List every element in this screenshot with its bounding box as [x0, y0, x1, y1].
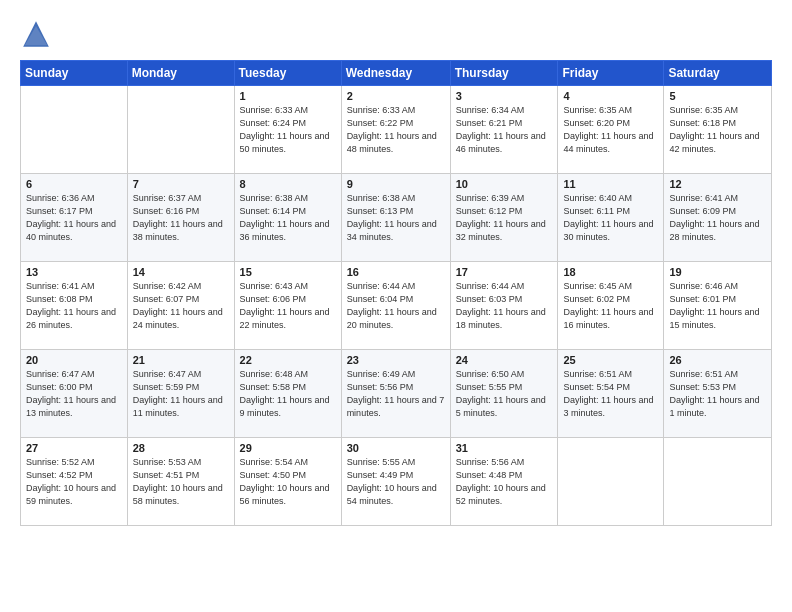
calendar-cell — [558, 438, 664, 526]
day-number: 27 — [26, 442, 122, 454]
page: SundayMondayTuesdayWednesdayThursdayFrid… — [0, 0, 792, 612]
day-info: Sunrise: 5:55 AM Sunset: 4:49 PM Dayligh… — [347, 456, 445, 508]
calendar-cell — [664, 438, 772, 526]
col-header-sunday: Sunday — [21, 61, 128, 86]
calendar-cell: 24Sunrise: 6:50 AM Sunset: 5:55 PM Dayli… — [450, 350, 558, 438]
calendar-cell: 3Sunrise: 6:34 AM Sunset: 6:21 PM Daylig… — [450, 86, 558, 174]
calendar-cell: 18Sunrise: 6:45 AM Sunset: 6:02 PM Dayli… — [558, 262, 664, 350]
calendar-cell: 22Sunrise: 6:48 AM Sunset: 5:58 PM Dayli… — [234, 350, 341, 438]
day-info: Sunrise: 6:44 AM Sunset: 6:03 PM Dayligh… — [456, 280, 553, 332]
day-number: 10 — [456, 178, 553, 190]
day-info: Sunrise: 6:38 AM Sunset: 6:14 PM Dayligh… — [240, 192, 336, 244]
day-info: Sunrise: 6:37 AM Sunset: 6:16 PM Dayligh… — [133, 192, 229, 244]
calendar-week-row: 13Sunrise: 6:41 AM Sunset: 6:08 PM Dayli… — [21, 262, 772, 350]
calendar-header-row: SundayMondayTuesdayWednesdayThursdayFrid… — [21, 61, 772, 86]
day-number: 17 — [456, 266, 553, 278]
calendar-week-row: 20Sunrise: 6:47 AM Sunset: 6:00 PM Dayli… — [21, 350, 772, 438]
day-info: Sunrise: 6:38 AM Sunset: 6:13 PM Dayligh… — [347, 192, 445, 244]
day-info: Sunrise: 6:33 AM Sunset: 6:22 PM Dayligh… — [347, 104, 445, 156]
calendar-week-row: 6Sunrise: 6:36 AM Sunset: 6:17 PM Daylig… — [21, 174, 772, 262]
day-number: 21 — [133, 354, 229, 366]
calendar-cell: 11Sunrise: 6:40 AM Sunset: 6:11 PM Dayli… — [558, 174, 664, 262]
calendar-cell: 14Sunrise: 6:42 AM Sunset: 6:07 PM Dayli… — [127, 262, 234, 350]
calendar-cell: 16Sunrise: 6:44 AM Sunset: 6:04 PM Dayli… — [341, 262, 450, 350]
day-info: Sunrise: 6:44 AM Sunset: 6:04 PM Dayligh… — [347, 280, 445, 332]
day-number: 12 — [669, 178, 766, 190]
calendar-cell: 5Sunrise: 6:35 AM Sunset: 6:18 PM Daylig… — [664, 86, 772, 174]
calendar-cell — [127, 86, 234, 174]
day-number: 3 — [456, 90, 553, 102]
day-info: Sunrise: 6:35 AM Sunset: 6:20 PM Dayligh… — [563, 104, 658, 156]
calendar-cell: 21Sunrise: 6:47 AM Sunset: 5:59 PM Dayli… — [127, 350, 234, 438]
calendar-cell: 26Sunrise: 6:51 AM Sunset: 5:53 PM Dayli… — [664, 350, 772, 438]
day-number: 8 — [240, 178, 336, 190]
calendar-cell: 2Sunrise: 6:33 AM Sunset: 6:22 PM Daylig… — [341, 86, 450, 174]
calendar-cell: 19Sunrise: 6:46 AM Sunset: 6:01 PM Dayli… — [664, 262, 772, 350]
day-number: 31 — [456, 442, 553, 454]
col-header-monday: Monday — [127, 61, 234, 86]
calendar-cell: 13Sunrise: 6:41 AM Sunset: 6:08 PM Dayli… — [21, 262, 128, 350]
day-number: 22 — [240, 354, 336, 366]
day-info: Sunrise: 6:33 AM Sunset: 6:24 PM Dayligh… — [240, 104, 336, 156]
day-info: Sunrise: 6:51 AM Sunset: 5:53 PM Dayligh… — [669, 368, 766, 420]
day-number: 30 — [347, 442, 445, 454]
svg-marker-1 — [25, 26, 47, 45]
day-number: 7 — [133, 178, 229, 190]
day-info: Sunrise: 5:54 AM Sunset: 4:50 PM Dayligh… — [240, 456, 336, 508]
calendar-cell: 12Sunrise: 6:41 AM Sunset: 6:09 PM Dayli… — [664, 174, 772, 262]
day-number: 24 — [456, 354, 553, 366]
calendar-cell: 10Sunrise: 6:39 AM Sunset: 6:12 PM Dayli… — [450, 174, 558, 262]
day-info: Sunrise: 6:50 AM Sunset: 5:55 PM Dayligh… — [456, 368, 553, 420]
calendar-cell: 27Sunrise: 5:52 AM Sunset: 4:52 PM Dayli… — [21, 438, 128, 526]
day-info: Sunrise: 6:41 AM Sunset: 6:09 PM Dayligh… — [669, 192, 766, 244]
day-info: Sunrise: 6:40 AM Sunset: 6:11 PM Dayligh… — [563, 192, 658, 244]
day-info: Sunrise: 6:48 AM Sunset: 5:58 PM Dayligh… — [240, 368, 336, 420]
day-info: Sunrise: 6:49 AM Sunset: 5:56 PM Dayligh… — [347, 368, 445, 420]
day-number: 18 — [563, 266, 658, 278]
day-info: Sunrise: 6:35 AM Sunset: 6:18 PM Dayligh… — [669, 104, 766, 156]
calendar-cell: 29Sunrise: 5:54 AM Sunset: 4:50 PM Dayli… — [234, 438, 341, 526]
calendar-table: SundayMondayTuesdayWednesdayThursdayFrid… — [20, 60, 772, 526]
day-number: 19 — [669, 266, 766, 278]
day-number: 2 — [347, 90, 445, 102]
calendar-cell: 4Sunrise: 6:35 AM Sunset: 6:20 PM Daylig… — [558, 86, 664, 174]
day-number: 13 — [26, 266, 122, 278]
col-header-tuesday: Tuesday — [234, 61, 341, 86]
day-info: Sunrise: 6:47 AM Sunset: 5:59 PM Dayligh… — [133, 368, 229, 420]
day-number: 23 — [347, 354, 445, 366]
calendar-cell: 20Sunrise: 6:47 AM Sunset: 6:00 PM Dayli… — [21, 350, 128, 438]
logo-icon — [20, 18, 52, 50]
col-header-thursday: Thursday — [450, 61, 558, 86]
calendar-cell: 15Sunrise: 6:43 AM Sunset: 6:06 PM Dayli… — [234, 262, 341, 350]
calendar-cell — [21, 86, 128, 174]
calendar-cell: 23Sunrise: 6:49 AM Sunset: 5:56 PM Dayli… — [341, 350, 450, 438]
day-number: 5 — [669, 90, 766, 102]
calendar-cell: 17Sunrise: 6:44 AM Sunset: 6:03 PM Dayli… — [450, 262, 558, 350]
day-number: 26 — [669, 354, 766, 366]
calendar-cell: 7Sunrise: 6:37 AM Sunset: 6:16 PM Daylig… — [127, 174, 234, 262]
day-number: 6 — [26, 178, 122, 190]
day-info: Sunrise: 6:41 AM Sunset: 6:08 PM Dayligh… — [26, 280, 122, 332]
calendar-cell: 31Sunrise: 5:56 AM Sunset: 4:48 PM Dayli… — [450, 438, 558, 526]
day-number: 25 — [563, 354, 658, 366]
calendar-cell: 28Sunrise: 5:53 AM Sunset: 4:51 PM Dayli… — [127, 438, 234, 526]
day-number: 4 — [563, 90, 658, 102]
day-number: 16 — [347, 266, 445, 278]
day-number: 20 — [26, 354, 122, 366]
day-info: Sunrise: 6:46 AM Sunset: 6:01 PM Dayligh… — [669, 280, 766, 332]
day-number: 11 — [563, 178, 658, 190]
calendar-cell: 6Sunrise: 6:36 AM Sunset: 6:17 PM Daylig… — [21, 174, 128, 262]
day-number: 9 — [347, 178, 445, 190]
day-info: Sunrise: 5:53 AM Sunset: 4:51 PM Dayligh… — [133, 456, 229, 508]
day-info: Sunrise: 6:43 AM Sunset: 6:06 PM Dayligh… — [240, 280, 336, 332]
col-header-wednesday: Wednesday — [341, 61, 450, 86]
day-info: Sunrise: 6:45 AM Sunset: 6:02 PM Dayligh… — [563, 280, 658, 332]
col-header-saturday: Saturday — [664, 61, 772, 86]
day-info: Sunrise: 6:47 AM Sunset: 6:00 PM Dayligh… — [26, 368, 122, 420]
day-number: 15 — [240, 266, 336, 278]
day-info: Sunrise: 6:42 AM Sunset: 6:07 PM Dayligh… — [133, 280, 229, 332]
day-info: Sunrise: 5:52 AM Sunset: 4:52 PM Dayligh… — [26, 456, 122, 508]
calendar-cell: 30Sunrise: 5:55 AM Sunset: 4:49 PM Dayli… — [341, 438, 450, 526]
day-info: Sunrise: 5:56 AM Sunset: 4:48 PM Dayligh… — [456, 456, 553, 508]
day-number: 14 — [133, 266, 229, 278]
